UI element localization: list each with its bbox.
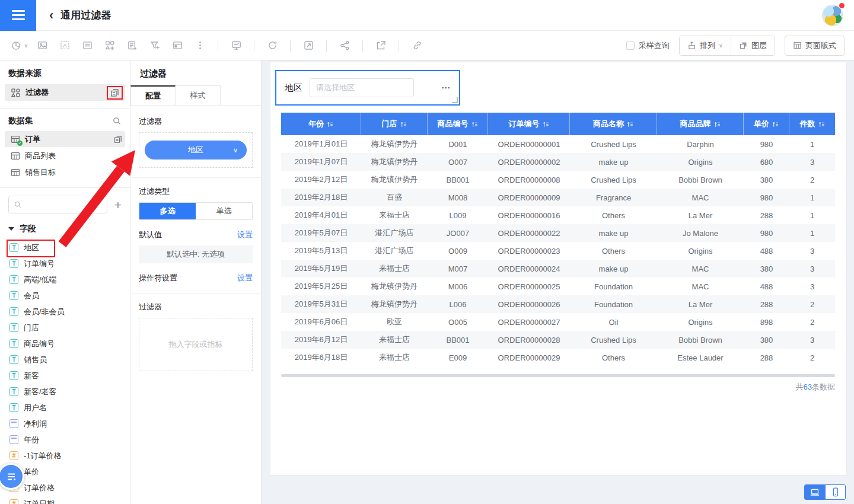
widget-more-icon[interactable]: ⋯ (441, 82, 451, 93)
dataset-item[interactable]: ✓ 商品列表 (5, 148, 125, 164)
search-icon[interactable] (112, 116, 122, 126)
single-select-option[interactable]: 单选 (196, 203, 252, 219)
region-filter-input[interactable]: 请选择地区 (310, 78, 414, 97)
hamburger-menu-button[interactable] (0, 0, 36, 31)
table-row[interactable]: 2019年5月19日 来福士店 M007 ORDER00000024 make … (281, 260, 835, 277)
table-row[interactable]: 2019年2月12日 梅龙镇伊势丹 BB001 ORDER00000008 Cr… (281, 171, 835, 189)
text-button[interactable]: A (55, 36, 75, 56)
export-button[interactable] (371, 36, 391, 56)
multi-select-option[interactable]: 多选 (139, 203, 196, 219)
search-icon (14, 200, 22, 209)
field-label: 年份 (24, 435, 39, 445)
image-button[interactable] (32, 36, 52, 56)
link-button[interactable] (407, 36, 427, 56)
table-header-cell[interactable]: 年份 (281, 113, 361, 135)
field-item[interactable]: 用户名 (9, 400, 130, 416)
back-button[interactable]: ‹ (49, 9, 53, 22)
refresh-icon (267, 40, 278, 51)
tab-style[interactable]: 样式 (176, 85, 221, 105)
drop-zone[interactable]: 拖入字段或指标 (139, 318, 253, 371)
table-header-cell[interactable]: 商品编号 (428, 113, 488, 135)
field-item[interactable]: 订单价格 (9, 480, 130, 496)
field-item[interactable]: 单价 (9, 464, 130, 480)
user-avatar[interactable] (822, 5, 843, 26)
field-item[interactable]: 订单日期 (9, 496, 130, 504)
table-row[interactable]: 2019年5月31日 梅龙镇伊势丹 L006 ORDER00000026 Fou… (281, 295, 835, 313)
table-row[interactable]: 2019年5月07日 港汇广场店 JO007 ORDER00000022 mak… (281, 224, 835, 242)
dataset-item[interactable]: ✓ 订单 (5, 131, 125, 147)
table-button[interactable] (167, 36, 187, 56)
panel-body: 过滤器 地区 ∨ 过滤类型 多选 单选 默认值 设置 默认选中: 无选项 操作符… (130, 106, 261, 371)
field-item[interactable]: 会员/非会员 (9, 304, 130, 320)
desktop-view-button[interactable] (805, 485, 825, 499)
table-row[interactable]: 2019年4月01日 来福士店 L009 ORDER00000016 Other… (281, 206, 835, 224)
operator-settings-link[interactable]: 设置 (237, 273, 253, 283)
cell-unit-price: 288 (744, 295, 789, 313)
share-button[interactable] (334, 36, 355, 56)
field-item[interactable]: 商品编号 (9, 336, 130, 352)
operator-label: 操作符设置 (139, 273, 177, 283)
cell-brand: Darphin (657, 135, 744, 153)
sidebar-item-filter-source[interactable]: 过滤器 (5, 84, 125, 101)
field-search-box[interactable] (8, 196, 107, 213)
field-item[interactable]: 门店 (9, 320, 130, 336)
rename-board-icon[interactable] (113, 135, 123, 144)
table-row[interactable]: 2019年1月01日 梅龙镇伊势丹 D001 ORDER00000001 Cru… (281, 135, 835, 153)
field-label: -1订单价格 (24, 451, 62, 461)
region-filter-pill[interactable]: 地区 ∨ (145, 141, 247, 160)
field-item[interactable]: 订单编号 (9, 256, 130, 272)
default-value-settings-link[interactable]: 设置 (237, 229, 253, 240)
table-row[interactable]: 2019年2月18日 百盛 M008 ORDER00000009 Fragran… (281, 189, 835, 206)
mobile-view-button[interactable] (825, 485, 845, 499)
table-header-cell[interactable]: 件数 (789, 113, 835, 135)
field-item[interactable]: 年份 (9, 432, 130, 448)
layers-button[interactable]: 图层 (731, 36, 775, 55)
cell-store: 梅龙镇伊势丹 (361, 171, 428, 189)
cell-quantity: 2 (789, 313, 835, 331)
table-header-cell[interactable]: 商品品牌 (657, 113, 744, 135)
field-label: 用户名 (24, 403, 47, 413)
table-header-cell[interactable]: 订单编号 (488, 113, 570, 135)
more-button[interactable] (190, 36, 210, 56)
field-item[interactable]: 新客 (9, 368, 130, 384)
field-item[interactable]: 地区 (9, 240, 130, 256)
field-search-input[interactable] (26, 200, 102, 209)
chart-button[interactable]: ∨ (9, 36, 30, 56)
table-header-cell[interactable]: 单价 (744, 113, 789, 135)
horizontal-scrollbar[interactable] (281, 374, 835, 377)
preview-button[interactable] (226, 36, 246, 56)
table-row[interactable]: 2019年6月12日 来福士店 BB001 ORDER00000028 Crus… (281, 331, 835, 349)
table-row[interactable]: 2019年6月18日 来福士店 E009 ORDER00000029 Other… (281, 349, 835, 366)
checkbox-icon[interactable] (626, 42, 635, 50)
field-item[interactable]: 销售员 (9, 352, 130, 368)
field-item[interactable]: -1订单价格 (9, 448, 130, 464)
field-item[interactable]: 新客/老客 (9, 384, 130, 400)
add-list-button[interactable] (122, 36, 142, 56)
table-header-cell[interactable]: 门店 (361, 113, 428, 135)
table-header-cell[interactable]: 商品名称 (570, 113, 657, 135)
fields-section-header[interactable]: 字段 (0, 216, 130, 238)
refresh-button[interactable] (262, 36, 282, 56)
cell-product-name: make up (570, 224, 657, 242)
tab-config[interactable]: 配置 (130, 85, 176, 105)
cell-quantity: 1 (789, 189, 835, 206)
dataset-item[interactable]: ✓ 销售目标 (5, 164, 125, 180)
cell-quantity: 3 (789, 242, 835, 260)
table-row[interactable]: 2019年5月25日 梅龙镇伊势丹 M006 ORDER00000025 Fou… (281, 277, 835, 295)
field-item[interactable]: 净利润 (9, 416, 130, 432)
region-filter-widget[interactable]: 地区 请选择地区 ⋯ (275, 70, 460, 106)
add-widget-button[interactable] (100, 36, 120, 56)
sample-query-checkbox[interactable]: 采样查询 (626, 40, 670, 51)
resize-handle[interactable] (452, 97, 458, 103)
table-row[interactable]: 2019年5月13日 港汇广场店 O009 ORDER00000023 Othe… (281, 242, 835, 260)
table-row[interactable]: 2019年1月07日 梅龙镇伊势丹 O007 ORDER00000002 mak… (281, 153, 835, 171)
card-button[interactable] (77, 36, 97, 56)
page-layout-button[interactable]: 页面版式 (785, 36, 845, 56)
table-row[interactable]: 2019年6月06日 欧亚 O005 ORDER00000027 Oil Ori… (281, 313, 835, 331)
field-item[interactable]: 高端/低端 (9, 272, 130, 288)
field-item[interactable]: 会员 (9, 288, 130, 304)
resize-button[interactable] (298, 36, 318, 56)
add-filter-button[interactable] (145, 36, 165, 56)
add-field-button[interactable]: + (114, 199, 122, 211)
arrange-button[interactable]: 排列 ∨ (680, 36, 731, 55)
